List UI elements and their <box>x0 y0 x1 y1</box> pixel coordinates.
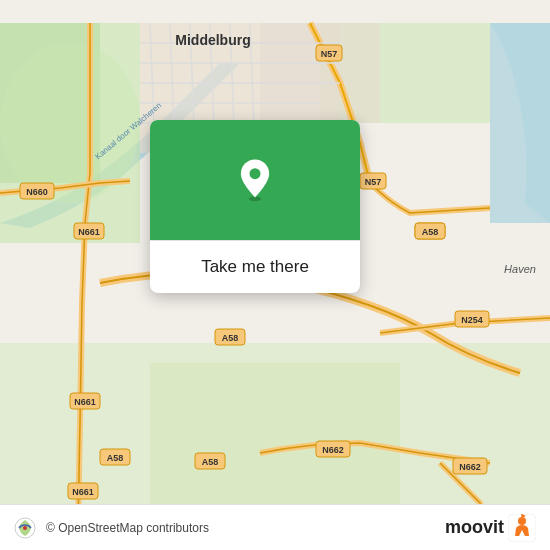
map-container: N57 N57 N660 N661 N661 N661 A58 A58 A58 … <box>0 0 550 550</box>
osm-attribution: © OpenStreetMap contributors <box>46 521 209 535</box>
svg-text:Haven: Haven <box>504 263 536 275</box>
svg-text:N661: N661 <box>78 227 100 237</box>
svg-text:A58: A58 <box>422 227 439 237</box>
svg-text:N254: N254 <box>461 315 483 325</box>
svg-text:N662: N662 <box>322 445 344 455</box>
svg-text:Middelburg: Middelburg <box>175 32 250 48</box>
location-pin-icon <box>233 158 277 202</box>
svg-text:N57: N57 <box>321 49 338 59</box>
svg-point-52 <box>250 168 261 179</box>
take-me-there-button[interactable]: Take me there <box>166 253 344 281</box>
osm-logo-icon <box>14 517 36 539</box>
svg-text:N660: N660 <box>26 187 48 197</box>
svg-point-54 <box>23 526 27 530</box>
svg-text:N661: N661 <box>74 397 96 407</box>
moovit-brand-text: moovit <box>445 517 504 538</box>
bottom-left: © OpenStreetMap contributors <box>14 517 209 539</box>
bottom-bar: © OpenStreetMap contributors moovit <box>0 504 550 550</box>
svg-text:N661: N661 <box>72 487 94 497</box>
svg-text:A58: A58 <box>222 333 239 343</box>
svg-text:A58: A58 <box>202 457 219 467</box>
moovit-icon <box>508 514 536 542</box>
popup-card: Take me there <box>150 120 360 293</box>
popup-map-area <box>150 120 360 240</box>
svg-point-56 <box>518 517 526 525</box>
moovit-logo: moovit <box>445 514 536 542</box>
svg-text:A58: A58 <box>107 453 124 463</box>
svg-text:N662: N662 <box>459 462 481 472</box>
popup-button-area: Take me there <box>150 240 360 293</box>
svg-text:N57: N57 <box>365 177 382 187</box>
